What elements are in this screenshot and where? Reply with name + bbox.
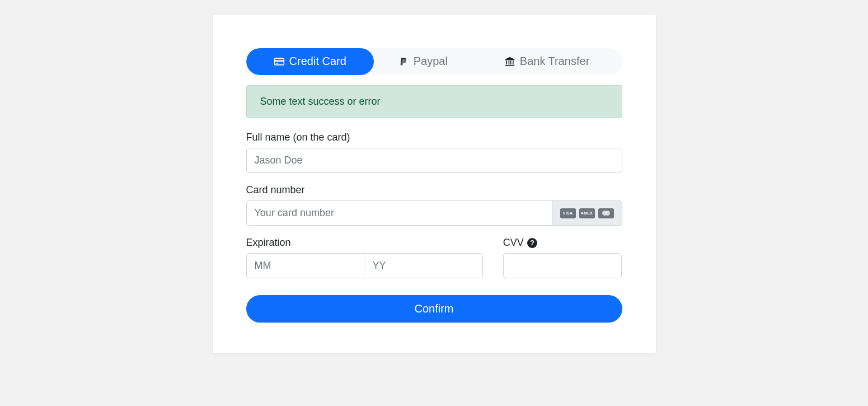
status-alert-text: Some text success or error [260,96,381,107]
card-number-input[interactable] [246,200,552,226]
expiration-cvv-row: Expiration CVV ? [246,237,622,278]
tab-bank-transfer[interactable]: Bank Transfer [472,48,622,75]
mastercard-icon [598,208,614,218]
tab-paypal[interactable]: Paypal [374,48,472,75]
expiration-group: Expiration [246,237,483,278]
tab-paypal-label: Paypal [414,55,448,68]
svg-rect-2 [276,63,278,63]
svg-rect-7 [505,64,514,66]
full-name-group: Full name (on the card) [246,132,622,173]
tab-credit-card-label: Credit Card [289,55,346,68]
cvv-label: CVV [503,237,524,249]
visa-icon: VISA [560,208,576,218]
card-number-group: Card number VISA AMEX [246,184,622,226]
svg-rect-3 [506,60,507,64]
tab-credit-card[interactable]: Credit Card [246,48,374,75]
bank-icon [504,56,515,67]
svg-rect-5 [510,60,512,64]
full-name-label: Full name (on the card) [246,132,622,143]
credit-card-icon [274,56,285,67]
card-number-label: Card number [246,184,622,196]
svg-rect-1 [274,60,284,62]
full-name-input[interactable] [246,148,622,173]
cvv-label-wrap: CVV ? [503,237,622,249]
expiration-year-input[interactable] [364,253,482,278]
expiration-month-input[interactable] [246,253,365,278]
expiration-label: Expiration [246,237,483,249]
payment-method-tabs: Credit Card Paypal Bank Transfer [246,48,622,75]
svg-rect-6 [513,60,514,64]
svg-rect-4 [508,60,509,64]
cvv-group: CVV ? [503,237,622,278]
amex-icon: AMEX [579,208,595,218]
confirm-button[interactable]: Confirm [246,295,622,323]
paypal-icon [398,56,409,67]
cvv-help-icon[interactable]: ? [527,238,537,248]
status-alert: Some text success or error [246,85,622,118]
expiration-inputs [246,253,483,278]
cvv-input[interactable] [503,253,622,278]
payment-card: Credit Card Paypal Bank Transfer Some te… [213,15,656,353]
card-brand-addon: VISA AMEX [552,200,622,226]
card-number-input-group: VISA AMEX [246,200,622,226]
tab-bank-transfer-label: Bank Transfer [520,55,590,68]
